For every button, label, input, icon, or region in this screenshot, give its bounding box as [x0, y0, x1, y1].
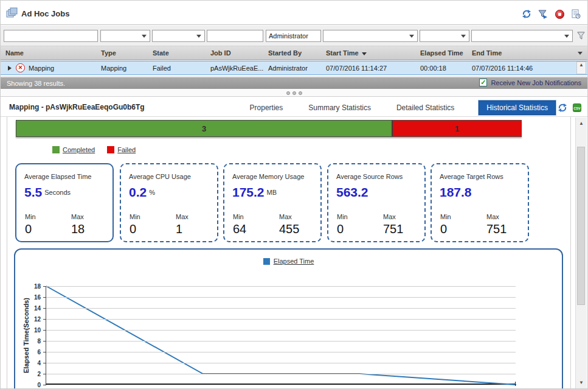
- min-value: 64: [233, 222, 246, 236]
- card-average-cpu-usage[interactable]: Average CPU Usage 0.2% Min Max 0 1: [120, 163, 218, 242]
- type-filter-combo[interactable]: [100, 30, 150, 42]
- y-tick-label: 12: [26, 316, 41, 323]
- y-tick-label: 2: [26, 371, 41, 377]
- refresh-icon[interactable]: [521, 9, 532, 19]
- cell-end-time: 07/07/2016 11:14:46: [472, 65, 533, 72]
- started-by-filter-input[interactable]: [266, 30, 321, 42]
- card-value: 187.8: [440, 185, 474, 200]
- line-series-svg: [46, 286, 516, 385]
- y-tick-mark: [43, 330, 46, 331]
- jobs-table-header: Name Type State Job ID Started By Start …: [1, 46, 587, 60]
- detail-refresh-icon[interactable]: [557, 102, 568, 113]
- max-label: Max: [279, 213, 292, 220]
- column-menu-icon[interactable]: [578, 52, 583, 55]
- panel-splitter[interactable]: [1, 89, 587, 97]
- y-tick-label: 10: [26, 327, 41, 334]
- scroll-down-icon[interactable]: ▼: [576, 380, 587, 385]
- export-csv-icon[interactable]: CSV: [572, 102, 583, 113]
- expand-row-icon[interactable]: [8, 66, 12, 71]
- card-average-target-rows[interactable]: Average Target Rows 187.8 Min Max 0 751: [431, 163, 529, 242]
- sort-desc-icon: [362, 52, 367, 55]
- column-header-started-by[interactable]: Started By: [268, 49, 302, 57]
- max-label: Max: [383, 213, 396, 220]
- splitter-grip-icon: [286, 91, 302, 95]
- column-header-name[interactable]: Name: [5, 49, 24, 57]
- min-label: Min: [130, 213, 140, 220]
- chart-legend[interactable]: Elapsed Time: [15, 258, 562, 265]
- job-row-mapping[interactable]: ✕ Mapping Mapping Failed pAsWjkRuEeaE...…: [1, 61, 587, 75]
- table-scroll-up[interactable]: ▲: [576, 61, 586, 74]
- scrollbar-thumb[interactable]: [577, 147, 585, 305]
- max-label: Max: [486, 213, 499, 220]
- tab-properties[interactable]: Properties: [249, 101, 285, 114]
- cell-job-id: pAsWjkRuEeaE...: [210, 65, 263, 72]
- column-header-elapsed[interactable]: Elapsed Time: [420, 49, 463, 57]
- job-id-filter-input[interactable]: [207, 30, 263, 42]
- min-value: 0: [440, 222, 447, 236]
- apply-filter-icon[interactable]: [538, 9, 548, 19]
- column-header-start-time[interactable]: Start Time: [326, 49, 367, 57]
- y-tick-mark: [43, 297, 46, 298]
- column-header-type[interactable]: Type: [101, 49, 116, 57]
- cell-started-by: Administrator: [268, 65, 308, 72]
- elapsed-filter-combo[interactable]: [420, 30, 469, 42]
- legend-failed-label: Failed: [117, 146, 136, 153]
- y-tick-mark: [43, 286, 46, 287]
- chevron-down-icon: [564, 35, 569, 38]
- detail-left-edge: [7, 117, 7, 388]
- failed-status-icon: ✕: [16, 63, 25, 72]
- elapsed-time-chart: Elapsed Time Elapsed Time(Seconds) 02468…: [14, 248, 563, 389]
- max-value: 751: [486, 222, 507, 236]
- cell-type: Mapping: [101, 65, 126, 72]
- tab-historical-statistics[interactable]: Historical Statistics: [479, 100, 556, 115]
- y-tick-label: 18: [26, 283, 41, 290]
- chevron-down-icon: [196, 35, 201, 38]
- filter-funnel-icon[interactable]: [576, 31, 586, 41]
- card-title: Average Memory Usage: [232, 173, 304, 180]
- filter-bar: [1, 26, 587, 46]
- card-average-elapsed-time[interactable]: Average Elapsed Time 5.5Seconds Min Max …: [15, 163, 114, 242]
- card-average-source-rows[interactable]: Average Source Rows 563.2 Min Max 0 751: [327, 163, 426, 242]
- gridline: [46, 374, 516, 374]
- column-header-end-time[interactable]: End Time: [472, 49, 502, 57]
- end-time-filter-combo[interactable]: [471, 30, 573, 42]
- max-label: Max: [71, 213, 84, 220]
- legend-completed[interactable]: Completed: [52, 146, 95, 153]
- card-average-memory-usage[interactable]: Average Memory Usage 175.2MB Min Max 64 …: [223, 163, 322, 242]
- max-value: 1: [176, 222, 182, 236]
- bar-segment-failed[interactable]: 1: [393, 121, 521, 136]
- start-time-filter-combo[interactable]: [323, 30, 418, 42]
- card-value: 5.5Seconds: [24, 185, 71, 200]
- bar-segment-completed[interactable]: 3: [16, 121, 393, 136]
- y-tick-label: 8: [26, 338, 41, 345]
- max-value: 751: [383, 222, 403, 236]
- tab-summary-statistics[interactable]: Summary Statistics: [307, 101, 372, 114]
- card-value: 563.2: [336, 185, 371, 200]
- legend-completed-label: Completed: [63, 146, 95, 153]
- name-filter-input[interactable]: [4, 30, 98, 42]
- page-title: Ad Hoc Jobs: [21, 9, 69, 18]
- bar-legend: Completed Failed: [52, 146, 136, 153]
- column-header-state[interactable]: State: [153, 49, 169, 57]
- y-tick-mark: [43, 374, 46, 374]
- gridline: [46, 330, 516, 331]
- tab-detailed-statistics[interactable]: Detailed Statistics: [395, 101, 455, 114]
- job-log-icon[interactable]: [570, 9, 581, 19]
- gridline: [46, 319, 516, 320]
- detail-title: Mapping - pAsWjkRuEeaEeqoGu0b6Tg: [9, 103, 145, 111]
- min-value: 0: [130, 222, 136, 236]
- title-bar: Ad Hoc Jobs: [1, 1, 587, 25]
- state-filter-combo[interactable]: [152, 30, 205, 42]
- completed-swatch-icon: [52, 146, 60, 153]
- min-value: 0: [25, 222, 32, 236]
- scroll-up-icon[interactable]: ▲: [576, 121, 587, 126]
- ad-hoc-jobs-window: Ad Hoc Jobs: [0, 0, 588, 389]
- y-tick-label: 14: [26, 305, 41, 312]
- receive-notifications-checkbox[interactable]: ✓: [479, 79, 487, 86]
- max-value: 18: [71, 222, 85, 236]
- gridline: [46, 297, 516, 298]
- gridline: [46, 286, 516, 287]
- column-header-job-id[interactable]: Job ID: [210, 49, 231, 57]
- stop-job-icon[interactable]: [554, 9, 565, 19]
- legend-failed[interactable]: Failed: [107, 146, 136, 153]
